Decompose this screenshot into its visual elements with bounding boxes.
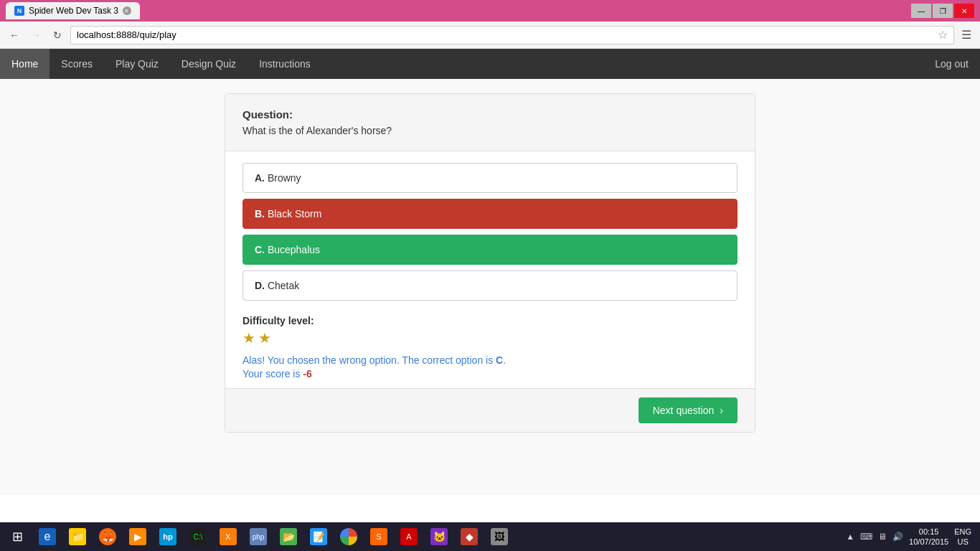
address-url: localhost:8888/quiz/play xyxy=(77,29,176,40)
option-d[interactable]: D. Chetak xyxy=(242,270,738,301)
option-c[interactable]: C. Bucephalus xyxy=(242,235,738,265)
app-navbar: Home Scores Play Quiz Design Quiz Instru… xyxy=(0,49,980,79)
question-section: Question: What is the of Alexander's hor… xyxy=(225,94,755,151)
address-bar[interactable]: localhost:8888/quiz/play ☆ xyxy=(70,26,954,44)
next-arrow-icon: › xyxy=(720,405,723,416)
option-b[interactable]: B. Black Storm xyxy=(242,199,738,229)
nav-play-quiz[interactable]: Play Quiz xyxy=(104,49,170,79)
footer-section: Next question › xyxy=(225,388,755,432)
bookmark-icon[interactable]: ☆ xyxy=(938,28,948,42)
star-2: ★ xyxy=(258,329,271,347)
window-controls: — ❐ ✕ xyxy=(911,4,974,18)
score-value: -6 xyxy=(303,368,311,380)
question-text: What is the of Alexander's horse? xyxy=(242,125,738,136)
score-label: Your score is xyxy=(242,368,303,380)
browser-menu-icon[interactable]: ☰ xyxy=(958,25,974,44)
close-button[interactable]: ✕ xyxy=(954,4,974,18)
nav-instructions[interactable]: Instructions xyxy=(248,49,322,79)
stars-container: ★ ★ xyxy=(242,329,738,347)
logout-button[interactable]: Log out xyxy=(923,49,980,79)
back-button[interactable]: ← xyxy=(6,27,23,44)
refresh-button[interactable]: ↻ xyxy=(49,27,66,44)
browser-titlebar: N Spider Web Dev Task 3 ✕ — ❐ ✕ xyxy=(0,0,980,22)
forward-button[interactable]: → xyxy=(27,27,44,44)
option-b-letter: B. xyxy=(255,208,265,220)
feedback-end: . xyxy=(503,354,506,366)
tab-favicon: N xyxy=(14,6,24,16)
question-label: Question: xyxy=(242,108,738,121)
option-b-text: Black Storm xyxy=(268,208,321,220)
browser-tab[interactable]: N Spider Web Dev Task 3 ✕ xyxy=(6,2,140,19)
minimize-button[interactable]: — xyxy=(911,4,931,18)
option-a-letter: A. xyxy=(255,172,265,184)
tab-close-button[interactable]: ✕ xyxy=(123,6,131,15)
tab-title: Spider Web Dev Task 3 xyxy=(29,6,118,16)
next-question-button[interactable]: Next question › xyxy=(639,397,738,423)
option-a[interactable]: A. Browny xyxy=(242,163,738,193)
difficulty-label: Difficulty level: xyxy=(242,315,738,326)
nav-scores[interactable]: Scores xyxy=(50,49,104,79)
score-text: Your score is -6 xyxy=(242,368,738,380)
next-button-label: Next question xyxy=(653,405,715,416)
feedback-message: Alas! You chosen the wrong option. The c… xyxy=(242,354,496,366)
star-1: ★ xyxy=(242,329,255,347)
nav-home[interactable]: Home xyxy=(0,49,50,79)
option-a-text: Browny xyxy=(268,172,301,184)
restore-button[interactable]: ❐ xyxy=(933,4,953,18)
main-content: Question: What is the of Alexander's hor… xyxy=(0,79,980,495)
quiz-card: Question: What is the of Alexander's hor… xyxy=(225,93,755,433)
option-c-text: Bucephalus xyxy=(268,244,320,255)
option-d-letter: D. xyxy=(255,280,265,291)
feedback-text: Alas! You chosen the wrong option. The c… xyxy=(242,352,738,368)
difficulty-section: Difficulty level: ★ ★ Alas! You chosen t… xyxy=(225,312,755,388)
browser-toolbar: ← → ↻ localhost:8888/quiz/play ☆ ☰ xyxy=(0,22,980,49)
correct-letter: C xyxy=(496,354,503,366)
option-c-letter: C. xyxy=(255,244,265,255)
options-section: A. Browny B. Black Storm C. Bucephalus D… xyxy=(225,151,755,312)
nav-design-quiz[interactable]: Design Quiz xyxy=(170,49,248,79)
option-d-text: Chetak xyxy=(268,280,299,291)
